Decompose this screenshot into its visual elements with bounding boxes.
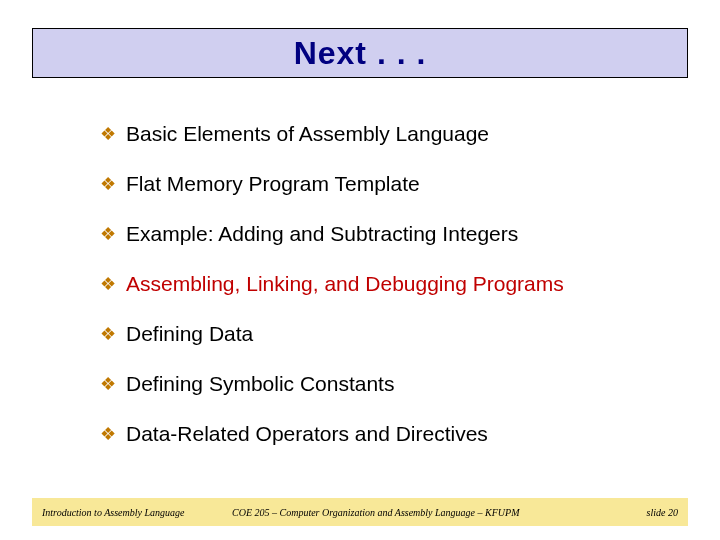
topic-text: Flat Memory Program Template xyxy=(126,170,420,198)
diamond-bullet-icon: ❖ xyxy=(100,120,116,148)
topic-text: Defining Symbolic Constants xyxy=(126,370,394,398)
diamond-bullet-icon: ❖ xyxy=(100,320,116,348)
diamond-bullet-icon: ❖ xyxy=(100,370,116,398)
footer-left-text: Introduction to Assembly Language xyxy=(42,507,232,518)
topic-text: Assembling, Linking, and Debugging Progr… xyxy=(126,270,564,298)
topic-item: ❖Defining Symbolic Constants xyxy=(100,370,660,398)
page-title: Next . . . xyxy=(294,35,427,72)
diamond-bullet-icon: ❖ xyxy=(100,420,116,448)
diamond-bullet-icon: ❖ xyxy=(100,270,116,298)
topic-text: Basic Elements of Assembly Language xyxy=(126,120,489,148)
topic-item: ❖Assembling, Linking, and Debugging Prog… xyxy=(100,270,660,298)
topic-item: ❖Example: Adding and Subtracting Integer… xyxy=(100,220,660,248)
diamond-bullet-icon: ❖ xyxy=(100,170,116,198)
footer-center-text: COE 205 – Computer Organization and Asse… xyxy=(232,507,647,518)
topic-item: ❖Defining Data xyxy=(100,320,660,348)
footer-right-text: slide 20 xyxy=(647,507,678,518)
topic-item: ❖Flat Memory Program Template xyxy=(100,170,660,198)
topic-text: Defining Data xyxy=(126,320,253,348)
title-banner: Next . . . xyxy=(32,28,688,78)
topic-text: Example: Adding and Subtracting Integers xyxy=(126,220,518,248)
topic-text: Data-Related Operators and Directives xyxy=(126,420,488,448)
diamond-bullet-icon: ❖ xyxy=(100,220,116,248)
footer-bar: Introduction to Assembly Language COE 20… xyxy=(32,498,688,526)
topic-item: ❖Data-Related Operators and Directives xyxy=(100,420,660,448)
topic-item: ❖Basic Elements of Assembly Language xyxy=(100,120,660,148)
topics-list: ❖Basic Elements of Assembly Language❖Fla… xyxy=(100,120,660,470)
